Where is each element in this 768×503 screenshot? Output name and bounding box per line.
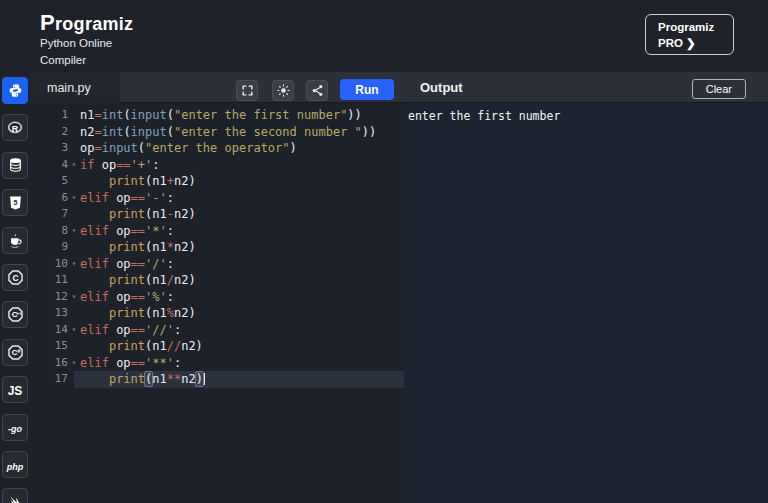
page-title-line2: Compiler — [40, 52, 112, 69]
token-pln: : — [152, 158, 159, 172]
sidebar-item-python[interactable] — [2, 77, 28, 104]
token-pln: : — [174, 323, 181, 337]
token-kw: elif — [80, 257, 109, 271]
fold-arrow-icon[interactable]: ▾ — [68, 322, 80, 339]
code-editor[interactable]: 1n1=int(input("enter the first number"))… — [30, 103, 404, 503]
svg-text:C: C — [12, 273, 18, 283]
token-pln: )) — [362, 125, 376, 139]
token-pln: (n1 — [145, 273, 167, 287]
token-kw: elif — [80, 290, 109, 304]
token-pln: ( — [123, 108, 130, 122]
token-pln: ( — [123, 125, 130, 139]
token-str: '-' — [145, 191, 167, 205]
fold-arrow-icon[interactable]: ▾ — [68, 223, 80, 240]
code-text: elif op=='-': — [80, 191, 174, 205]
tab-main-py[interactable]: main.py — [30, 72, 120, 103]
sidebar-item-js[interactable]: JS — [2, 376, 28, 403]
fold-arrow-icon[interactable]: ▾ — [68, 157, 80, 174]
line-number: 7 — [30, 206, 68, 223]
token-op: - — [167, 207, 174, 221]
token-op: = — [94, 141, 101, 155]
token-str: "enter the first number" — [174, 108, 347, 122]
token-kw: if — [80, 158, 94, 172]
pro-button-line1: Programiz — [658, 20, 733, 36]
sidebar-item-swift[interactable] — [2, 488, 28, 503]
code-line: 3op=input("enter the operator") — [30, 140, 404, 157]
code-line: 13 print(n1%n2) — [30, 305, 404, 322]
token-op: = — [94, 125, 101, 139]
token-pln: (n1 — [145, 207, 167, 221]
token-str: "enter the operator" — [145, 141, 290, 155]
token-pln: : — [167, 290, 174, 304]
output-console[interactable]: enter the first number — [404, 103, 768, 503]
output-line: enter the first number — [408, 109, 764, 124]
output-panel-title: Output — [420, 80, 463, 95]
token-op: // — [167, 339, 181, 353]
token-op: == — [131, 191, 145, 205]
token-bi: int — [102, 108, 124, 122]
page-title: Python Online Compiler — [40, 35, 112, 68]
code-text: elif op=='%': — [80, 290, 174, 304]
token-pln: op — [94, 158, 116, 172]
token-op: * — [167, 240, 174, 254]
token-pln: ( — [138, 141, 145, 155]
fold-arrow-icon[interactable]: ▾ — [68, 289, 80, 306]
code-text: print(n1-n2) — [80, 207, 196, 221]
sidebar-item-cpp[interactable]: C++ — [2, 301, 28, 328]
cpp-icon: C++ — [7, 306, 24, 323]
programiz-python-compiler: PProgramizrogramiz Python Online Compile… — [0, 0, 768, 503]
sidebar-item-go[interactable]: -go — [2, 414, 28, 441]
run-button[interactable]: Run — [340, 79, 394, 100]
token-pr: print — [109, 372, 145, 386]
clear-output-button[interactable]: Clear — [692, 79, 746, 99]
token-pln — [80, 207, 109, 221]
line-number: 13 — [30, 305, 68, 322]
line-number: 14 — [30, 322, 68, 339]
fold-arrow-icon[interactable]: ▾ — [68, 355, 80, 372]
token-pln: n2) — [174, 306, 196, 320]
logo-p-glyph: P — [40, 10, 55, 35]
code-line: 1n1=int(input("enter the first number")) — [30, 107, 404, 124]
token-bi: int — [102, 125, 124, 139]
js-icon: JS — [8, 381, 23, 399]
token-pln: op — [109, 224, 131, 238]
sidebar-item-java[interactable] — [2, 227, 28, 254]
token-pln: op — [109, 191, 131, 205]
token-pln: n2) — [174, 240, 196, 254]
line-number: 10 — [30, 256, 68, 273]
token-op: == — [131, 290, 145, 304]
sidebar-item-csharp[interactable]: C# — [2, 339, 28, 366]
token-kw: elif — [80, 356, 109, 370]
line-number: 12 — [30, 289, 68, 306]
sidebar-item-r[interactable]: R — [2, 114, 28, 141]
token-bi: input — [131, 108, 167, 122]
site-header: PProgramizrogramiz Python Online Compile… — [0, 0, 768, 72]
programiz-logo[interactable]: PProgramizrogramiz — [40, 10, 133, 36]
sidebar-item-php[interactable]: php — [2, 451, 28, 478]
language-sidebar: R5CC++C#JS-gophp — [0, 72, 30, 503]
token-str: '*' — [145, 224, 167, 238]
go-icon: -go — [8, 418, 22, 436]
sidebar-item-html[interactable]: 5 — [2, 189, 28, 216]
fold-arrow-icon[interactable]: ▾ — [68, 256, 80, 273]
token-pln: ( — [167, 125, 174, 139]
token-pln: op — [109, 356, 131, 370]
token-op: + — [167, 174, 174, 188]
code-text: print(n1/n2) — [80, 273, 196, 287]
sidebar-item-c[interactable]: C — [2, 264, 28, 291]
share-button[interactable] — [306, 80, 328, 101]
token-op: == — [116, 158, 130, 172]
theme-toggle-button[interactable] — [272, 80, 294, 101]
code-line: 6▾elif op=='-': — [30, 190, 404, 207]
token-kw: elif — [80, 323, 109, 337]
fold-arrow-icon[interactable]: ▾ — [68, 190, 80, 207]
sidebar-item-sql[interactable] — [2, 152, 28, 179]
line-number: 16 — [30, 355, 68, 372]
fullscreen-button[interactable] — [236, 80, 258, 101]
code-line: 15 print(n1//n2) — [30, 338, 404, 355]
token-bi: input — [102, 141, 138, 155]
token-kw: elif — [80, 224, 109, 238]
token-pln: n1 — [80, 108, 94, 122]
token-str: '+' — [131, 158, 153, 172]
programiz-pro-button[interactable]: Programiz PRO ❯ — [645, 14, 734, 55]
